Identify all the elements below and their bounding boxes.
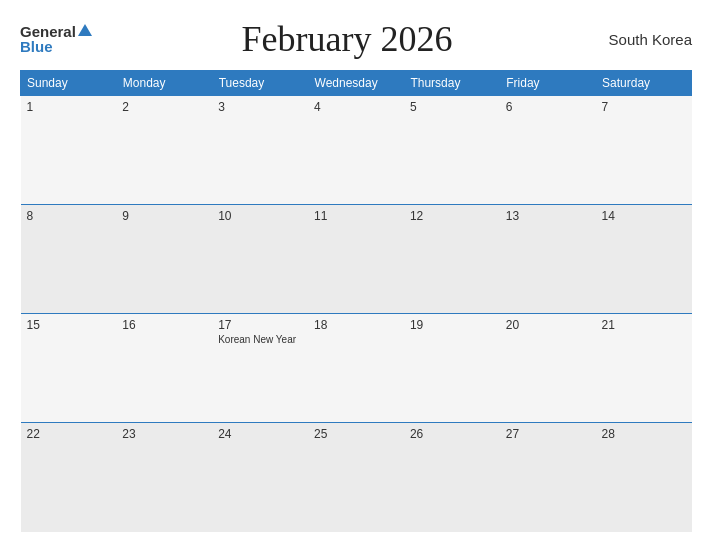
day-number: 22 [27, 427, 111, 441]
day-number: 7 [602, 100, 686, 114]
page: General Blue February 2026 South Korea S… [0, 0, 712, 550]
calendar-cell-7: 7 [596, 96, 692, 205]
calendar-title: February 2026 [241, 18, 452, 60]
weekday-header-wednesday: Wednesday [308, 71, 404, 96]
weekday-header-monday: Monday [116, 71, 212, 96]
calendar-week-row: 151617Korean New Year18192021 [21, 314, 692, 423]
day-number: 18 [314, 318, 398, 332]
calendar-cell-24: 24 [212, 423, 308, 532]
calendar-cell-3: 3 [212, 96, 308, 205]
calendar-cell-27: 27 [500, 423, 596, 532]
logo-triangle-icon [78, 24, 92, 36]
calendar-cell-17: 17Korean New Year [212, 314, 308, 423]
day-number: 1 [27, 100, 111, 114]
logo-general-text: General [20, 24, 76, 39]
calendar-cell-21: 21 [596, 314, 692, 423]
calendar-cell-25: 25 [308, 423, 404, 532]
day-number: 19 [410, 318, 494, 332]
calendar-week-row: 1234567 [21, 96, 692, 205]
day-number: 23 [122, 427, 206, 441]
day-number: 26 [410, 427, 494, 441]
day-number: 4 [314, 100, 398, 114]
calendar-cell-12: 12 [404, 205, 500, 314]
weekday-header-sunday: Sunday [21, 71, 117, 96]
calendar-cell-4: 4 [308, 96, 404, 205]
day-number: 20 [506, 318, 590, 332]
calendar-cell-28: 28 [596, 423, 692, 532]
calendar-cell-22: 22 [21, 423, 117, 532]
day-number: 2 [122, 100, 206, 114]
day-number: 27 [506, 427, 590, 441]
day-number: 13 [506, 209, 590, 223]
calendar-cell-26: 26 [404, 423, 500, 532]
day-number: 5 [410, 100, 494, 114]
day-number: 16 [122, 318, 206, 332]
day-number: 21 [602, 318, 686, 332]
calendar-cell-11: 11 [308, 205, 404, 314]
calendar-cell-18: 18 [308, 314, 404, 423]
calendar-cell-10: 10 [212, 205, 308, 314]
logo-blue-text: Blue [20, 39, 92, 54]
day-number: 28 [602, 427, 686, 441]
event-label: Korean New Year [218, 334, 302, 345]
day-number: 24 [218, 427, 302, 441]
calendar-cell-20: 20 [500, 314, 596, 423]
calendar-cell-16: 16 [116, 314, 212, 423]
day-number: 11 [314, 209, 398, 223]
weekday-header-thursday: Thursday [404, 71, 500, 96]
country-label: South Korea [602, 31, 692, 48]
calendar-cell-2: 2 [116, 96, 212, 205]
day-number: 25 [314, 427, 398, 441]
day-number: 10 [218, 209, 302, 223]
weekday-header-tuesday: Tuesday [212, 71, 308, 96]
header: General Blue February 2026 South Korea [20, 18, 692, 60]
day-number: 14 [602, 209, 686, 223]
calendar-cell-9: 9 [116, 205, 212, 314]
calendar-week-row: 22232425262728 [21, 423, 692, 532]
day-number: 3 [218, 100, 302, 114]
calendar-cell-14: 14 [596, 205, 692, 314]
calendar-cell-23: 23 [116, 423, 212, 532]
calendar-cell-1: 1 [21, 96, 117, 205]
calendar-table: SundayMondayTuesdayWednesdayThursdayFrid… [20, 70, 692, 532]
day-number: 8 [27, 209, 111, 223]
weekday-header-row: SundayMondayTuesdayWednesdayThursdayFrid… [21, 71, 692, 96]
weekday-header-friday: Friday [500, 71, 596, 96]
calendar-week-row: 891011121314 [21, 205, 692, 314]
day-number: 12 [410, 209, 494, 223]
calendar-cell-6: 6 [500, 96, 596, 205]
calendar-cell-13: 13 [500, 205, 596, 314]
calendar-cell-19: 19 [404, 314, 500, 423]
day-number: 6 [506, 100, 590, 114]
calendar-cell-5: 5 [404, 96, 500, 205]
day-number: 17 [218, 318, 302, 332]
day-number: 15 [27, 318, 111, 332]
calendar-cell-8: 8 [21, 205, 117, 314]
day-number: 9 [122, 209, 206, 223]
calendar-cell-15: 15 [21, 314, 117, 423]
weekday-header-saturday: Saturday [596, 71, 692, 96]
logo: General Blue [20, 24, 92, 54]
